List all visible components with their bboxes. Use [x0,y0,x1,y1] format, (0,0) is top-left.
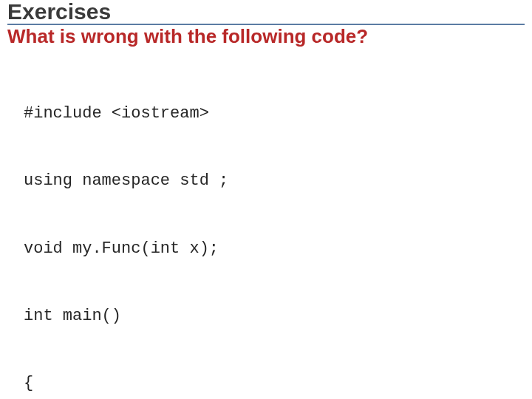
slide: Exercises What is wrong with the followi… [0,0,532,399]
code-block: #include <iostream> using namespace std … [24,58,511,399]
code-line: int main() [24,305,511,327]
code-line: using namespace std ; [24,170,511,192]
code-line: { [24,372,511,395]
code-line: #include <iostream> [24,103,511,125]
slide-header: Exercises What is wrong with the followi… [0,0,532,48]
slide-subtitle: What is wrong with the following code? [7,25,525,48]
code-line: void my.Func(int x); [24,238,511,260]
slide-title: Exercises [7,0,525,25]
